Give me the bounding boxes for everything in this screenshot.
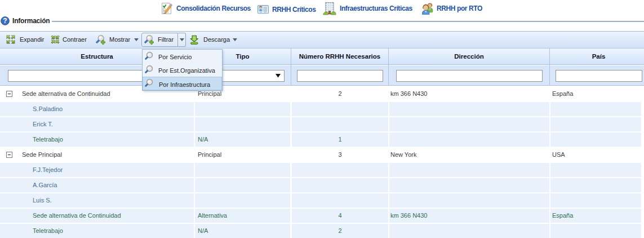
svg-text:?: ? — [3, 17, 7, 25]
